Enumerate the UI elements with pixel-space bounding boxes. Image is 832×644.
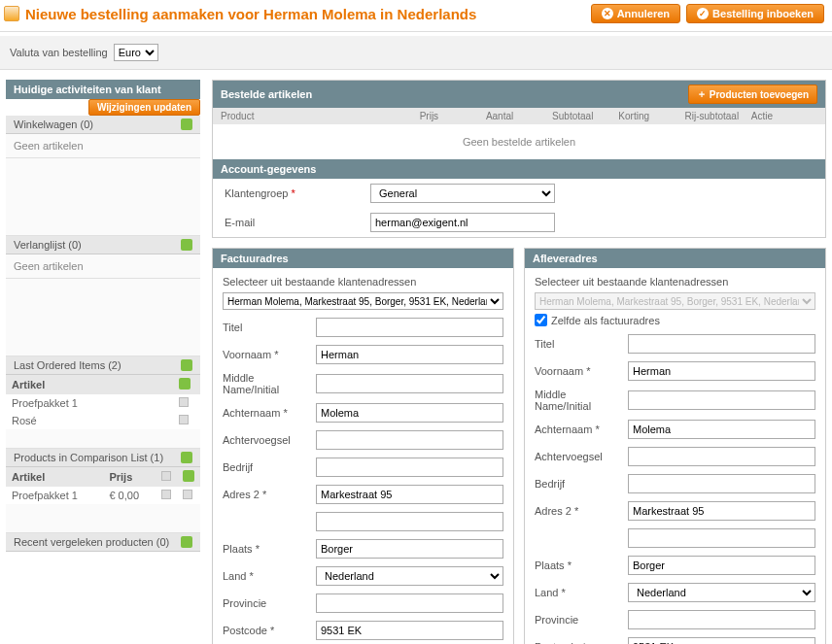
col-discount: Korting — [618, 111, 684, 121]
shipping-province-input[interactable] — [628, 610, 815, 629]
compare-header: Products in Comparison List (1) — [6, 449, 200, 467]
billing-country-select[interactable]: Nederland — [316, 566, 503, 586]
shipping-select-label: Selecteer uit bestaande klantenadressen — [535, 276, 815, 288]
cancel-button[interactable]: ✕ Annuleren — [591, 4, 680, 23]
add-products-label: Producten toevoegen — [710, 89, 809, 100]
shipping-address-extra-input[interactable] — [628, 528, 815, 548]
shipping-address-extra-row — [535, 528, 815, 548]
add-icon[interactable] — [183, 470, 194, 482]
page-title-text: Nieuwe bestelling aanmaken voor Herman M… — [25, 6, 476, 22]
shipping-company-input[interactable] — [628, 474, 815, 493]
ordered-columns: Product Prijs Aantal Subtotaal Korting R… — [213, 108, 825, 124]
shipping-postcode-input[interactable] — [628, 637, 815, 644]
order-icon — [4, 6, 19, 21]
billing-postcode-input[interactable] — [316, 621, 503, 640]
sidebar-activities-header: Huidige activiteiten van klant — [6, 80, 200, 99]
col-add — [173, 375, 200, 394]
label-address2: Adres 2 * — [535, 505, 622, 517]
billing-city-row: Plaats * — [223, 539, 503, 559]
shipping-address2-input[interactable] — [628, 501, 815, 521]
ordered-title: Bestelde artikelen — [221, 88, 312, 100]
ordered-items-header: Bestelde artikelen ＋ Producten toevoegen — [213, 81, 825, 108]
billing-city-input[interactable] — [316, 539, 503, 559]
billing-header: Factuuradres — [213, 249, 513, 268]
plus-icon: ＋ — [697, 87, 707, 101]
wishlist-header: Verlanglijst (0) — [6, 236, 200, 254]
cart-body: Geen artikelen — [6, 134, 200, 158]
billing-firstname-row: Voornaam * — [223, 345, 503, 364]
shipping-suffix-row: Achtervoegsel — [535, 447, 815, 466]
billing-province-row: Provincie — [223, 593, 503, 613]
checkbox[interactable] — [161, 490, 171, 499]
customer-group-label: Klantengroep * — [225, 187, 361, 199]
shipping-firstname-input[interactable] — [628, 361, 815, 381]
shipping-country-row: Land *Nederland — [535, 583, 815, 602]
refresh-icon[interactable] — [181, 359, 192, 371]
shipping-title-input[interactable] — [628, 334, 815, 354]
currency-label: Valuta van bestelling — [10, 47, 108, 58]
shipping-postcode-row: Postcode * — [535, 637, 815, 644]
billing-company-row: Bedrijf — [223, 458, 503, 477]
checkbox[interactable] — [179, 415, 189, 424]
billing-address2-row: Adres 2 * — [223, 485, 503, 504]
shipping-city-row: Plaats * — [535, 556, 815, 575]
shipping-country-select[interactable]: Nederland — [628, 583, 815, 602]
wishlist-title: Verlanglijst (0) — [14, 239, 82, 251]
checkbox[interactable] — [179, 397, 189, 407]
billing-lastname-row: Achternaam * — [223, 403, 503, 423]
ordered-empty: Geen bestelde artikelen — [213, 124, 825, 159]
billing-address2-input[interactable] — [316, 485, 503, 504]
shipping-title-row: Titel — [535, 334, 815, 354]
update-changes-button[interactable]: Wijzigingen updaten — [88, 99, 200, 116]
add-products-button[interactable]: ＋ Producten toevoegen — [688, 85, 817, 104]
shipping-suffix-input[interactable] — [628, 447, 815, 466]
submit-order-button[interactable]: ✓ Bestelling inboeken — [686, 4, 824, 23]
email-input[interactable] — [370, 213, 555, 232]
same-as-billing-checkbox[interactable] — [535, 314, 547, 326]
refresh-icon[interactable] — [181, 536, 192, 548]
billing-middle-row: Middle Name/Initial — [223, 372, 503, 395]
label-postcode: Postcode * — [223, 625, 310, 636]
account-title: Account-gegevens — [221, 163, 316, 175]
billing-body: Selecteer uit bestaande klantenadressen … — [213, 268, 513, 644]
wishlist-spacer — [6, 279, 200, 356]
shipping-lastname-input[interactable] — [628, 420, 815, 439]
refresh-icon[interactable] — [181, 452, 192, 463]
billing-title: Factuuradres — [221, 253, 289, 264]
shipping-middle-input[interactable] — [628, 390, 815, 410]
col-subtotal: Subtotaal — [552, 111, 618, 121]
cart-spacer — [6, 158, 200, 236]
shipping-city-input[interactable] — [628, 556, 815, 575]
billing-firstname-input[interactable] — [316, 345, 503, 364]
cancel-label: Annuleren — [617, 8, 670, 19]
wishlist-body: Geen artikelen — [6, 254, 200, 279]
shipping-body: Selecteer uit bestaande klantenadressen … — [525, 268, 825, 644]
billing-lastname-input[interactable] — [316, 403, 503, 423]
delete-icon[interactable] — [161, 471, 171, 481]
shipping-firstname-row: Voornaam * — [535, 361, 815, 381]
customer-group-select[interactable]: General — [370, 184, 555, 203]
refresh-icon[interactable] — [181, 119, 192, 130]
shipping-address2-row: Adres 2 * — [535, 501, 815, 521]
account-header: Account-gegevens — [213, 159, 825, 179]
add-icon[interactable] — [179, 378, 191, 390]
recent-header: Recent vergeleken producten (0) — [6, 533, 200, 552]
billing-middle-input[interactable] — [316, 374, 503, 393]
billing-title-input[interactable] — [316, 318, 503, 337]
label-address2: Adres 2 * — [223, 489, 310, 500]
cart-title: Winkelwagen (0) — [14, 119, 93, 130]
billing-company-input[interactable] — [316, 458, 503, 477]
main-layout: Huidige activiteiten van klant Wijziging… — [0, 70, 832, 644]
billing-province-input[interactable] — [316, 593, 503, 613]
billing-address-extra-row — [223, 512, 503, 531]
label-company: Bedrijf — [223, 461, 310, 473]
refresh-icon[interactable] — [181, 239, 192, 251]
billing-address-select[interactable]: Herman Molema, Markestraat 95, Borger, 9… — [223, 292, 503, 310]
shipping-panel: Afleveradres Selecteer uit bestaande kla… — [524, 248, 826, 644]
billing-suffix-input[interactable] — [316, 430, 503, 450]
sidebar: Huidige activiteiten van klant Wijziging… — [6, 80, 200, 644]
currency-select[interactable]: Euro — [114, 44, 158, 61]
billing-address-extra-input[interactable] — [316, 512, 503, 531]
shipping-address-select: Herman Molema, Markestraat 95, Borger, 9… — [535, 292, 815, 310]
checkbox[interactable] — [183, 490, 192, 499]
